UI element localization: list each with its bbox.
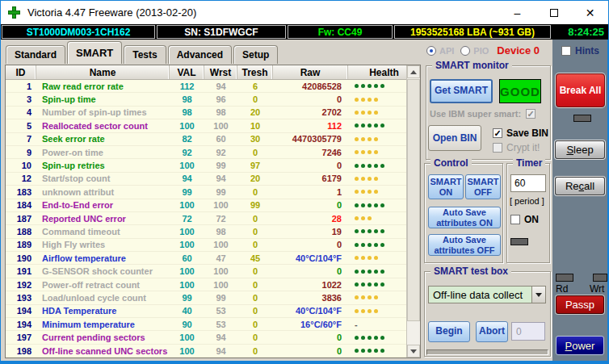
break-all-button[interactable]: Break All (556, 73, 605, 107)
cell-raw: 0 (273, 93, 348, 105)
table-row[interactable]: 190Airflow temperature60474540°C/104°F (6, 252, 420, 265)
cell-wrst: 100 (204, 239, 237, 251)
smart-off-button[interactable]: SMART OFF (465, 174, 501, 199)
cell-name: High Fly writes (36, 239, 170, 251)
table-row[interactable]: 12Start/stop count9494206179 (6, 173, 420, 186)
chevron-down-icon (536, 293, 542, 297)
table-row[interactable]: 189High Fly writes10010000 (6, 239, 420, 252)
health-dot-icon (361, 98, 365, 102)
health-dot-icon (361, 295, 365, 299)
health-dot-icon (374, 270, 378, 274)
smart-attributes-table: ID Name VAL Wrst Tresh Raw Health 1Raw r… (5, 65, 421, 358)
clock: 8:24:25 (552, 25, 607, 39)
header-tresh[interactable]: Tresh (237, 65, 273, 79)
health-dot-icon (368, 256, 372, 260)
hints-checkbox[interactable] (561, 46, 571, 56)
table-scrollbar[interactable] (406, 65, 420, 358)
power-button[interactable]: Power (556, 336, 604, 355)
tab-setup[interactable]: Setup (233, 45, 278, 64)
passp-button[interactable]: Passp (556, 295, 604, 314)
cell-val: 100 (170, 265, 204, 277)
table-row[interactable]: 5Reallocated sector count10010010112 (6, 119, 420, 132)
auto-save-on-button[interactable]: Auto Save attributes ON (428, 207, 501, 228)
table-row[interactable]: 198Off-line scanned UNC sectors1009400 (6, 345, 420, 358)
open-bin-button[interactable]: Open BIN (428, 125, 481, 151)
table-row[interactable]: 197Current pending sectors1009400 (6, 331, 420, 344)
table-row[interactable]: 183unknown attribut999901 (6, 186, 420, 199)
timer-on-checkbox[interactable] (510, 215, 520, 224)
table-row[interactable]: 7Seek error rate8260304470305779 (6, 133, 420, 146)
ibm-super-smart-checkbox[interactable] (526, 109, 536, 119)
cell-raw: 4470305779 (273, 133, 348, 145)
maximize-button[interactable] (536, 1, 572, 24)
scroll-up-button[interactable] (407, 65, 420, 78)
scroll-thumb[interactable] (407, 79, 420, 321)
dropdown-button[interactable] (531, 287, 545, 303)
test-count-field[interactable]: 0 (511, 322, 545, 341)
table-row[interactable]: 4Number of spin-up times9898202702 (6, 107, 420, 119)
recall-label-pre: Re (565, 180, 579, 192)
pio-radio[interactable] (460, 46, 470, 56)
cell-wrst: 99 (204, 159, 237, 171)
header-raw[interactable]: Raw (273, 65, 348, 79)
recall-button[interactable]: Recall (555, 177, 605, 195)
minimize-button[interactable]: – (499, 1, 536, 24)
cell-val: 60 (170, 252, 204, 264)
tab-standard[interactable]: Standard (6, 45, 65, 64)
health-dot-icon (368, 137, 372, 141)
header-name[interactable]: Name (36, 65, 170, 79)
crypt-it-checkbox[interactable] (493, 143, 502, 153)
tab-advanced[interactable]: Advanced (168, 45, 232, 64)
table-row[interactable]: 9Power-on time929207246 (6, 146, 420, 159)
table-row[interactable]: 192Power-off retract count10010001022 (6, 278, 420, 291)
table-row[interactable]: 193Load/unload cycle count999903836 (6, 291, 420, 304)
cell-raw: 0 (273, 239, 348, 251)
close-button[interactable]: ✕ (572, 1, 608, 24)
table-row[interactable]: 187Reported UNC error7272028 (6, 212, 420, 225)
table-row[interactable]: 1Raw read error rate11294642086528 (6, 80, 420, 93)
health-dot-icon (368, 309, 372, 313)
cell-tresh: 0 (237, 278, 273, 291)
health-dot-icon (361, 349, 365, 353)
sleep-button[interactable]: Sleep (555, 140, 605, 159)
abort-button[interactable]: Abort (476, 321, 508, 342)
health-dot-icon (368, 84, 372, 88)
cell-id: 190 (6, 252, 36, 264)
table-row[interactable]: 194HDA Temperature4053040°C/104°F (6, 305, 420, 318)
scroll-down-button[interactable] (407, 345, 420, 358)
power-hotkey: P (565, 340, 573, 352)
timer-period-input[interactable]: 60 (510, 174, 546, 192)
cell-wrst: 60 (204, 133, 237, 145)
get-smart-button[interactable]: Get SMART (430, 79, 493, 103)
table-row[interactable]: 194Minimum temperature9053016°C/60°F- (6, 318, 420, 331)
auto-save-off-button[interactable]: Auto Save attributes OFF (428, 234, 501, 256)
table-row[interactable]: 10Spin-up retries10099970 (6, 159, 420, 172)
table-row[interactable]: 188Command timeout10098019 (6, 225, 420, 238)
tab-smart[interactable]: SMART (67, 41, 122, 64)
header-wrst[interactable]: Wrst (204, 65, 237, 79)
cell-wrst: 92 (204, 146, 237, 158)
smart-on-button[interactable]: SMART ON (428, 174, 464, 199)
crypt-it-row: Crypt it! (493, 142, 540, 153)
timer-title: Timer (513, 157, 545, 169)
cell-tresh: 20 (237, 107, 273, 119)
health-dot-icon (361, 164, 365, 168)
tab-tests[interactable]: Tests (124, 45, 166, 64)
save-bin-checkbox[interactable] (493, 128, 502, 138)
cell-val: 100 (170, 159, 204, 171)
cell-id: 188 (6, 225, 36, 237)
hints-row: Hints (561, 45, 599, 56)
cell-raw: 40°C/104°F (273, 252, 348, 264)
health-dot-icon (374, 190, 378, 194)
begin-button[interactable]: Begin (428, 321, 470, 342)
header-id[interactable]: ID (6, 65, 36, 79)
cell-raw: 2702 (273, 107, 348, 119)
header-val[interactable]: VAL (170, 65, 204, 79)
test-select-dropdown[interactable]: Off-line data collect (428, 286, 546, 303)
health-dot-icon (368, 177, 372, 181)
table-row[interactable]: 184End-to-End error100100990 (6, 199, 420, 212)
table-row[interactable]: 191G-SENSOR shock counter10010000 (6, 265, 420, 278)
table-row[interactable]: 3Spin-up time989600 (6, 93, 420, 106)
health-dot-icon (374, 336, 378, 340)
api-radio[interactable] (426, 46, 436, 56)
